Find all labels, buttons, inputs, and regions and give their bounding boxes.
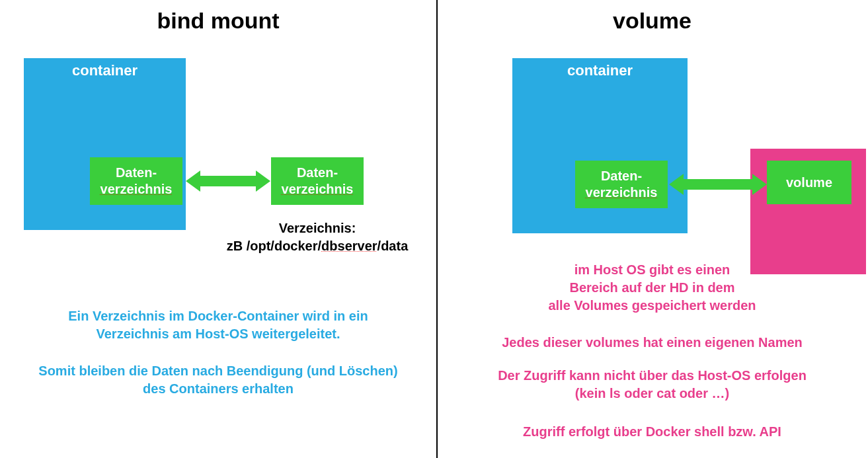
- left-host-datadir-line2: verzeichnis: [282, 182, 354, 196]
- left-desc2b: des Containers erhalten: [143, 381, 294, 396]
- right-desc4: Zugriff erfolgt über Docker shell bzw. A…: [523, 424, 781, 439]
- left-title: bind mount: [0, 8, 436, 34]
- left-host-datadir-line1: Daten-: [297, 165, 338, 180]
- right-desc1a: im Host OS gibt es einen: [574, 262, 730, 277]
- right-desc3a: Der Zugriff kann nicht über das Host-OS …: [498, 368, 807, 383]
- left-description-1: Ein Verzeichnis im Docker-Container wird…: [0, 307, 436, 343]
- left-path-mid: dbserver: [321, 239, 377, 253]
- left-description-2: Somit bleiben die Daten nach Beendigung …: [0, 362, 436, 398]
- left-desc1a: Ein Verzeichnis im Docker-Container wird…: [68, 309, 368, 323]
- right-desc1c: alle Volumes gespeichert werden: [548, 298, 756, 313]
- left-inner-datadir-line2: verzeichnis: [100, 182, 173, 196]
- arrow-shaft: [200, 176, 256, 186]
- right-volume-label: volume: [786, 174, 832, 191]
- arrow-head-left-icon: [669, 174, 684, 195]
- right-column: volume container Daten- verzeichnis volu…: [436, 0, 868, 458]
- left-desc2a: Somit bleiben die Daten nach Beendigung …: [38, 363, 397, 378]
- left-inner-datadir-line1: Daten-: [116, 165, 157, 180]
- left-container-label: container: [24, 62, 186, 79]
- left-column: bind mount container Daten- verzeichnis …: [0, 0, 436, 458]
- arrow-shaft: [684, 179, 752, 190]
- arrow-head-right-icon: [752, 174, 767, 195]
- right-description-4: Zugriff erfolgt über Docker shell bzw. A…: [436, 423, 868, 441]
- right-inner-datadir-box: Daten- verzeichnis: [575, 161, 668, 208]
- right-volume-box: volume: [767, 161, 851, 204]
- right-container-box: container Daten- verzeichnis: [512, 58, 688, 233]
- right-description-1: im Host OS gibt es einen Bereich auf der…: [436, 261, 868, 315]
- left-host-datadir-box: Daten- verzeichnis: [271, 157, 364, 205]
- left-path-label: Verzeichnis:: [279, 221, 356, 235]
- left-inner-datadir-box: Daten- verzeichnis: [90, 157, 182, 205]
- right-container-label: container: [512, 62, 688, 79]
- right-description-2: Jedes dieser volumes hat einen eigenen N…: [436, 334, 868, 352]
- arrow-head-left-icon: [186, 171, 200, 192]
- right-description-3: Der Zugriff kann nicht über das Host-OS …: [436, 367, 868, 402]
- right-bidirectional-arrow: [669, 174, 767, 195]
- right-desc2: Jedes dieser volumes hat einen eigenen N…: [502, 335, 803, 350]
- left-path-suffix: /data: [377, 239, 409, 253]
- left-bidirectional-arrow: [186, 171, 270, 192]
- right-desc3b: (kein ls oder cat oder …): [575, 386, 729, 401]
- left-path-caption: Verzeichnis: zB /opt/docker/dbserver/dat…: [198, 219, 436, 255]
- arrow-head-right-icon: [256, 171, 270, 192]
- right-inner-datadir-line2: verzeichnis: [586, 185, 658, 200]
- right-desc1b: Bereich auf der HD in dem: [569, 280, 734, 295]
- left-container-box: container Daten- verzeichnis: [24, 58, 186, 230]
- right-title: volume: [436, 8, 868, 34]
- left-path-prefix: zB /opt/docker/: [227, 239, 321, 253]
- left-desc1b: Verzeichnis am Host-OS weitergeleitet.: [96, 326, 340, 341]
- right-inner-datadir-line1: Daten-: [601, 169, 642, 183]
